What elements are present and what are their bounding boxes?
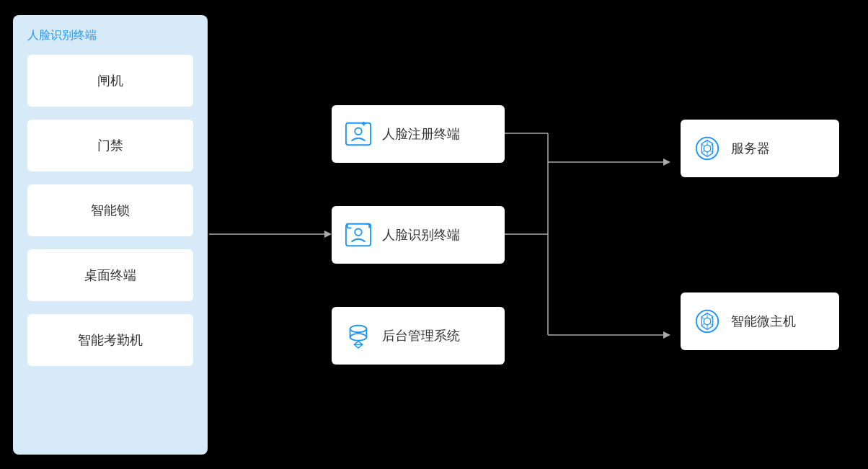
mini-host-label: 智能微主机 bbox=[731, 313, 796, 330]
item-label: 桌面终端 bbox=[84, 267, 136, 284]
right-section: 服务器 智能微主机 bbox=[681, 120, 839, 350]
svg-point-38 bbox=[704, 318, 711, 325]
face-register-box: 人脸注册终端 bbox=[332, 105, 505, 163]
list-item: 智能锁 bbox=[27, 184, 193, 236]
item-label: 智能锁 bbox=[91, 202, 130, 219]
face-detect-icon bbox=[345, 221, 372, 249]
svg-marker-8 bbox=[663, 331, 670, 339]
list-item: 智能考勤机 bbox=[27, 314, 193, 366]
face-detect-label: 人脸识别终端 bbox=[382, 226, 460, 244]
list-item: 闸机 bbox=[27, 55, 193, 107]
backend-system-box: 后台管理系统 bbox=[332, 307, 505, 365]
svg-point-29 bbox=[704, 145, 711, 152]
backend-label: 后台管理系统 bbox=[382, 327, 460, 344]
database-icon bbox=[345, 322, 372, 349]
face-register-label: 人脸注册终端 bbox=[382, 125, 460, 143]
face-detect-box: 人脸识别终端 bbox=[332, 206, 505, 264]
mini-host-icon bbox=[694, 308, 721, 335]
middle-section: 人脸注册终端 人脸识别终端 bbox=[332, 105, 505, 365]
server-icon bbox=[694, 135, 721, 162]
svg-point-22 bbox=[350, 334, 367, 341]
left-panel: 人脸识别终端 闸机 门禁 智能锁 桌面终端 智能考勤机 bbox=[13, 15, 208, 455]
item-label: 闸机 bbox=[97, 72, 123, 89]
main-container: 人脸识别终端 闸机 门禁 智能锁 桌面终端 智能考勤机 bbox=[0, 0, 868, 469]
server-box: 服务器 bbox=[681, 120, 839, 177]
svg-marker-1 bbox=[324, 231, 332, 238]
item-label: 智能考勤机 bbox=[78, 331, 143, 349]
face-register-icon bbox=[345, 120, 372, 148]
svg-marker-6 bbox=[663, 158, 670, 166]
left-panel-title: 人脸识别终端 bbox=[27, 28, 193, 43]
list-item: 桌面终端 bbox=[27, 249, 193, 301]
list-item: 门禁 bbox=[27, 120, 193, 171]
svg-point-19 bbox=[350, 325, 367, 332]
svg-point-14 bbox=[355, 228, 362, 236]
mini-host-box: 智能微主机 bbox=[681, 292, 839, 350]
server-label: 服务器 bbox=[731, 140, 770, 157]
item-label: 门禁 bbox=[97, 137, 123, 154]
svg-point-10 bbox=[355, 128, 362, 135]
